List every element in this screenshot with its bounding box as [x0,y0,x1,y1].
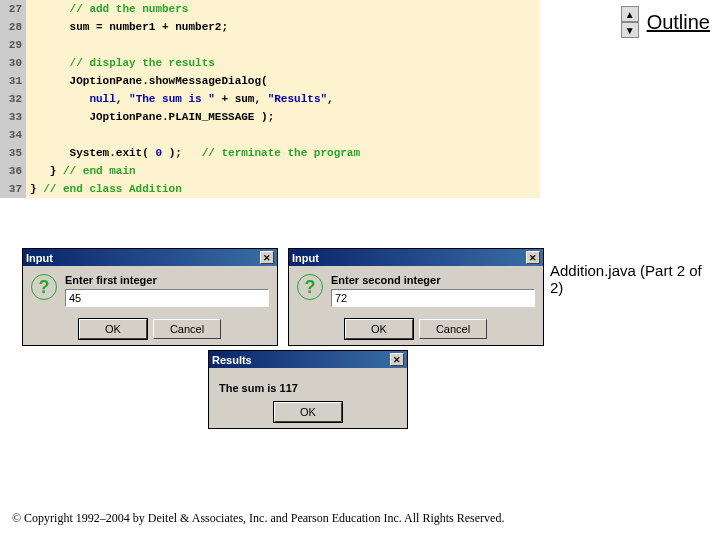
line-number: 29 [0,36,26,54]
results-dialog: Results ✕ The sum is 117 OK [208,350,408,429]
question-icon: ? [31,274,57,300]
line-number: 36 [0,162,26,180]
ok-button[interactable]: OK [79,319,147,339]
close-icon[interactable]: ✕ [390,353,404,366]
dialog-title: Input [26,252,53,264]
code-text: JOptionPane.PLAIN_MESSAGE ); [26,108,274,126]
input-dialog-2: Input ✕ ? Enter second integer OK Cancel [288,248,544,346]
outline-nav: ▲ ▼ Outline [621,6,710,38]
code-text: // display the results [26,54,215,72]
code-text: System.exit( 0 ); // terminate the progr… [26,144,360,162]
copyright-text: © Copyright 1992–2004 by Deitel & Associ… [12,511,504,526]
code-text: // add the numbers [26,0,188,18]
results-message: The sum is 117 [209,368,407,398]
integer-input[interactable] [65,289,269,307]
line-number: 37 [0,180,26,198]
integer-input[interactable] [331,289,535,307]
dialog-prompt: Enter second integer [331,274,535,286]
ok-button[interactable]: OK [345,319,413,339]
titlebar: Results ✕ [209,351,407,368]
code-text [26,126,30,144]
ok-button[interactable]: OK [274,402,342,422]
input-dialog-1: Input ✕ ? Enter first integer OK Cancel [22,248,278,346]
line-number: 32 [0,90,26,108]
close-icon[interactable]: ✕ [260,251,274,264]
outline-label: Outline [647,11,710,34]
line-number: 30 [0,54,26,72]
line-number: 28 [0,18,26,36]
outline-up-button[interactable]: ▲ [621,6,639,22]
code-text: null, "The sum is " + sum, "Results", [26,90,334,108]
code-text: } // end main [26,162,136,180]
dialog-title: Input [292,252,319,264]
question-icon: ? [297,274,323,300]
code-text [26,36,30,54]
code-text: } // end class Addition [26,180,182,198]
code-text: sum = number1 + number2; [26,18,228,36]
line-number: 33 [0,108,26,126]
code-text: JOptionPane.showMessageDialog( [26,72,268,90]
cancel-button[interactable]: Cancel [419,319,487,339]
outline-down-button[interactable]: ▼ [621,22,639,38]
line-number: 34 [0,126,26,144]
cancel-button[interactable]: Cancel [153,319,221,339]
line-number: 35 [0,144,26,162]
slide-caption: Addition.java (Part 2 of 2) [550,262,710,296]
line-number: 31 [0,72,26,90]
titlebar: Input ✕ [289,249,543,266]
code-listing: 27 // add the numbers 28 sum = number1 +… [0,0,540,198]
close-icon[interactable]: ✕ [526,251,540,264]
dialog-prompt: Enter first integer [65,274,269,286]
titlebar: Input ✕ [23,249,277,266]
dialog-title: Results [212,354,252,366]
line-number: 27 [0,0,26,18]
